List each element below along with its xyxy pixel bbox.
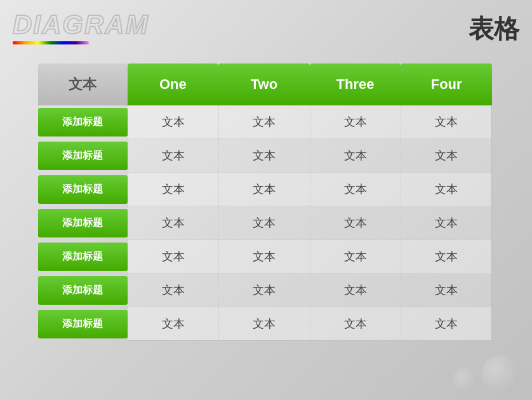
table-title: 表格 xyxy=(469,11,519,46)
table-cell: 文本 xyxy=(218,173,310,206)
table-cell: 文本 xyxy=(401,173,492,206)
row-label-cell: 添加标题 xyxy=(38,173,128,206)
table-row: 添加标题文本文本文本文本 xyxy=(38,139,492,173)
table-row: 添加标题文本文本文本文本 xyxy=(38,206,492,240)
row-label-cell: 添加标题 xyxy=(38,240,128,274)
table-cell: 文本 xyxy=(218,206,310,240)
table-cell: 文本 xyxy=(128,307,219,341)
row-label-cell: 添加标题 xyxy=(38,105,128,139)
table-cell: 文本 xyxy=(128,240,219,274)
table-container: 文本 One Two Three Four 添加标题文本文本文本文本添加标题文本… xyxy=(38,63,492,341)
row-label-cell: 添加标题 xyxy=(38,139,128,173)
table-cell: 文本 xyxy=(218,105,310,139)
table-row: 添加标题文本文本文本文本 xyxy=(38,173,492,206)
table-cell: 文本 xyxy=(401,274,492,307)
table-cell: 文本 xyxy=(401,105,492,139)
table-cell: 文本 xyxy=(310,139,401,173)
rainbow-bar xyxy=(13,41,89,44)
table-cell: 文本 xyxy=(218,139,310,173)
col-header-four: Four xyxy=(401,63,492,105)
header-row: 文本 One Two Three Four xyxy=(38,63,492,105)
table-row: 添加标题文本文本文本文本 xyxy=(38,105,492,139)
table-cell: 文本 xyxy=(401,139,492,173)
table-cell: 文本 xyxy=(310,206,401,240)
deco-circle-large xyxy=(481,356,519,394)
table-cell: 文本 xyxy=(310,274,401,307)
table-cell: 文本 xyxy=(128,173,219,206)
table-cell: 文本 xyxy=(128,105,219,139)
row-label[interactable]: 添加标题 xyxy=(38,276,128,305)
row-label[interactable]: 添加标题 xyxy=(38,243,128,271)
table-cell: 文本 xyxy=(128,274,219,307)
table-cell: 文本 xyxy=(218,240,310,274)
table-cell: 文本 xyxy=(128,139,219,173)
table-cell: 文本 xyxy=(218,307,310,341)
row-label[interactable]: 添加标题 xyxy=(38,108,128,137)
table-cell: 文本 xyxy=(310,105,401,139)
col-header-three: Three xyxy=(310,63,401,105)
table-cell: 文本 xyxy=(401,307,492,341)
row-label[interactable]: 添加标题 xyxy=(38,209,128,237)
row-label[interactable]: 添加标题 xyxy=(38,175,128,204)
row-label-cell: 添加标题 xyxy=(38,206,128,240)
table-row: 添加标题文本文本文本文本 xyxy=(38,307,492,341)
col-header-one: One xyxy=(128,63,219,105)
row-label[interactable]: 添加标题 xyxy=(38,310,128,338)
diagram-title: DIAGRAM xyxy=(13,10,149,40)
row-label[interactable]: 添加标题 xyxy=(38,142,128,170)
table-row: 添加标题文本文本文本文本 xyxy=(38,274,492,307)
table-cell: 文本 xyxy=(310,307,401,341)
col-header-text: 文本 xyxy=(38,63,128,105)
table-cell: 文本 xyxy=(310,173,401,206)
table-cell: 文本 xyxy=(310,240,401,274)
deco-circle-small xyxy=(453,368,478,394)
col-header-two: Two xyxy=(218,63,310,105)
row-label-cell: 添加标题 xyxy=(38,274,128,307)
table-row: 添加标题文本文本文本文本 xyxy=(38,240,492,274)
table-cell: 文本 xyxy=(218,274,310,307)
table-cell: 文本 xyxy=(128,206,219,240)
row-label-cell: 添加标题 xyxy=(38,307,128,341)
table-cell: 文本 xyxy=(401,206,492,240)
table-cell: 文本 xyxy=(401,240,492,274)
bottom-decoration xyxy=(453,356,519,394)
main-table: 文本 One Two Three Four 添加标题文本文本文本文本添加标题文本… xyxy=(38,63,492,341)
